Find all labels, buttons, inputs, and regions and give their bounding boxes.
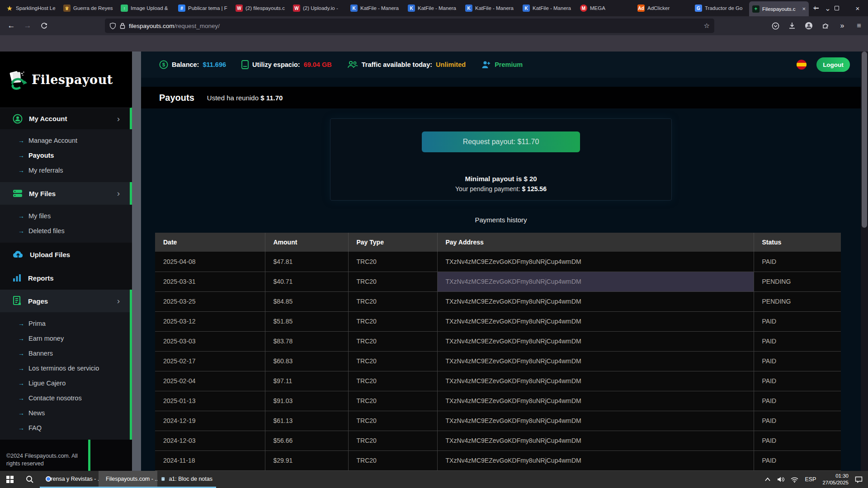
volume-icon[interactable] bbox=[777, 476, 784, 483]
sidebar-item-my-files[interactable]: My Files › bbox=[0, 182, 132, 205]
amount-cell: $83.78 bbox=[265, 331, 348, 351]
scrollbar-thumb[interactable] bbox=[862, 52, 867, 228]
pay-address-cell[interactable]: TXzNv4zMC9EZevGoKDFmy8uNRjCup4wmDM bbox=[437, 431, 754, 450]
space-item: Utilizy espacio: 69.04 GB bbox=[241, 60, 332, 69]
sidebar-item-manage-account[interactable]: →Manage Account bbox=[0, 133, 132, 148]
pay-address-cell[interactable]: TXzNv4zMC9EZevGoKDFmy8uNRjCup4wmDM bbox=[437, 272, 754, 291]
pay-address-cell[interactable]: TXzNv4zMC9EZevGoKDFmy8uNRjCup4wmDM bbox=[437, 371, 754, 391]
reload-button[interactable] bbox=[37, 19, 51, 33]
bookmark-star-icon[interactable]: ☆ bbox=[704, 22, 710, 30]
browser-tab[interactable]: W(2) Uploady.io - bbox=[290, 0, 347, 16]
sidebar-item-payouts[interactable]: →Payouts bbox=[0, 148, 132, 163]
sidebar-item-my-referrals[interactable]: →My referrals bbox=[0, 163, 132, 178]
filespayout-logo-icon bbox=[7, 69, 28, 90]
sidebar-item-reports[interactable]: Reports bbox=[0, 266, 132, 290]
browser-tab[interactable]: KKatFile - Manera bbox=[347, 0, 405, 16]
files-stack-icon bbox=[13, 189, 23, 197]
notifications-icon[interactable] bbox=[855, 476, 863, 483]
pay-type-cell: TRC20 bbox=[348, 411, 437, 431]
tab-favicon: M bbox=[580, 5, 587, 12]
tray-chevron-icon[interactable] bbox=[764, 477, 771, 482]
tab-close-icon[interactable]: × bbox=[801, 5, 806, 12]
request-payout-button[interactable]: Request payout: $11.70 bbox=[422, 131, 580, 152]
url-bar[interactable]: filespayouts.com/request_money/ ☆ bbox=[105, 19, 714, 33]
minimize-button[interactable] bbox=[806, 0, 826, 16]
payments-history-title: Payments history bbox=[141, 216, 861, 224]
maximize-button[interactable] bbox=[826, 0, 847, 16]
taskbar-app-firefox[interactable]: Filespayouts.com - ... bbox=[99, 471, 157, 488]
search-button[interactable] bbox=[20, 471, 40, 488]
taskbar-app-chrome[interactable]: Prensa y Revistas - ... bbox=[40, 471, 99, 488]
browser-tab[interactable]: ✦Filespayouts.c× bbox=[749, 1, 809, 16]
account-icon[interactable] bbox=[804, 22, 813, 30]
premium-label: Premium bbox=[495, 61, 523, 68]
tab-title: Publicar tema | F bbox=[188, 5, 229, 11]
sidebar-item-earn-money[interactable]: →Earn money bbox=[0, 331, 130, 346]
date-cell: 2024-12-03 bbox=[155, 431, 265, 450]
balance-item: $ Balance: $11.696 bbox=[159, 60, 226, 69]
sidebar-item-banners[interactable]: →Banners bbox=[0, 346, 130, 361]
sidebar-item-prima[interactable]: →Prima bbox=[0, 316, 130, 331]
column-header: Status bbox=[754, 233, 841, 252]
arrow-icon: → bbox=[18, 212, 24, 220]
wifi-icon[interactable] bbox=[791, 477, 798, 483]
start-button[interactable] bbox=[0, 471, 20, 488]
pocket-icon[interactable] bbox=[771, 22, 780, 30]
my-files-submenu: →My files→Deleted files bbox=[0, 205, 132, 243]
pay-address-cell[interactable]: TXzNv4zMC9EZevGoKDFmy8uNRjCup4wmDM bbox=[437, 391, 754, 411]
pay-address-cell[interactable]: TXzNv4zMC9EZevGoKDFmy8uNRjCup4wmDM bbox=[437, 291, 754, 311]
browser-tab[interactable]: ★SparklingHost Le bbox=[3, 0, 60, 16]
sidebar-scrollbar[interactable] bbox=[132, 52, 141, 471]
my-account-submenu: →Manage Account→Payouts→My referrals bbox=[0, 129, 132, 182]
sidebar-item-faq[interactable]: →FAQ bbox=[0, 420, 130, 435]
sidebar-item-my-files[interactable]: →My files bbox=[0, 208, 132, 223]
browser-tab[interactable]: KKatFile - Manera bbox=[462, 0, 519, 16]
pay-address-cell[interactable]: TXzNv4zMC9EZevGoKDFmy8uNRjCup4wmDM bbox=[437, 331, 754, 351]
logout-button[interactable]: Logout bbox=[816, 57, 850, 72]
browser-tab[interactable]: AdAdClicker bbox=[634, 0, 692, 16]
pay-address-cell[interactable]: TXzNv4zMC9EZevGoKDFmy8uNRjCup4wmDM bbox=[437, 411, 754, 431]
language-indicator[interactable]: ESP bbox=[805, 476, 816, 483]
downloads-icon[interactable] bbox=[788, 22, 797, 29]
sidebar-item-upload-files[interactable]: Upload Files bbox=[0, 243, 132, 266]
sidebar-item-contacte-nosotros[interactable]: →Contacte nosotros bbox=[0, 390, 130, 405]
sidebar-item-news[interactable]: →News bbox=[0, 405, 130, 420]
arrow-icon: → bbox=[18, 167, 24, 174]
toolbar-overflow-icon[interactable]: » bbox=[838, 22, 847, 30]
browser-tab[interactable]: GTraductor de Go bbox=[692, 0, 749, 16]
browser-tab[interactable]: KKatFile - Manera bbox=[519, 0, 577, 16]
browser-tab[interactable]: KKatFile - Manera bbox=[405, 0, 462, 16]
sidebar-item-my-account[interactable]: My Account › bbox=[0, 108, 132, 129]
pay-address-cell[interactable]: TXzNv4zMC9EZevGoKDFmy8uNRjCup4wmDM bbox=[437, 450, 754, 470]
table-row: 2025-03-31$40.71TRC20TXzNv4zMC9EZevGoKDF… bbox=[155, 272, 841, 291]
sidebar-item-ligue-cajero[interactable]: →Ligue Cajero bbox=[0, 375, 130, 390]
status-cell: PENDING bbox=[754, 272, 841, 291]
extensions-icon[interactable] bbox=[821, 22, 830, 29]
status-cell: PAID bbox=[754, 331, 841, 351]
spain-flag-icon[interactable] bbox=[797, 60, 807, 70]
browser-tab[interactable]: ↑Image Upload & bbox=[118, 0, 175, 16]
browser-tab[interactable]: W(2) filespayouts.c bbox=[232, 0, 290, 16]
pay-type-cell: TRC20 bbox=[348, 450, 437, 470]
date-cell: 2025-03-12 bbox=[155, 311, 265, 331]
tab-title: Image Upload & bbox=[131, 5, 172, 11]
tab-favicon: W bbox=[236, 5, 243, 12]
tab-favicon: # bbox=[178, 5, 185, 12]
pay-address-cell[interactable]: TXzNv4zMC9EZevGoKDFmy8uNRjCup4wmDM bbox=[437, 351, 754, 371]
sidebar-item-deleted-files[interactable]: →Deleted files bbox=[0, 223, 132, 238]
sidebar-item-pages[interactable]: Pages › bbox=[0, 290, 132, 312]
forward-button[interactable]: → bbox=[21, 19, 34, 33]
menu-icon[interactable]: ≡ bbox=[854, 22, 863, 30]
taskbar-app-notepad[interactable]: a1: Bloc de notas bbox=[157, 471, 216, 488]
close-button[interactable]: × bbox=[847, 0, 868, 16]
back-button[interactable]: ← bbox=[5, 19, 18, 33]
sidebar-item-los-terminos-de-servicio[interactable]: →Los terminos de servicio bbox=[0, 361, 130, 375]
browser-tab[interactable]: ♛Guerra de Reyes bbox=[60, 0, 118, 16]
pay-address-cell[interactable]: TXzNv4zMC9EZevGoKDFmy8uNRjCup4wmDM bbox=[437, 252, 754, 272]
browser-tab[interactable]: MMEGA bbox=[577, 0, 634, 16]
site-logo[interactable]: Filespayout bbox=[0, 52, 132, 108]
submenu-item-label: Los terminos de servicio bbox=[28, 365, 99, 372]
browser-tab[interactable]: #Publicar tema | F bbox=[175, 0, 232, 16]
clock[interactable]: 01:30 27/05/2025 bbox=[822, 473, 849, 486]
pay-address-cell[interactable]: TXzNv4zMC9EZevGoKDFmy8uNRjCup4wmDM bbox=[437, 311, 754, 331]
